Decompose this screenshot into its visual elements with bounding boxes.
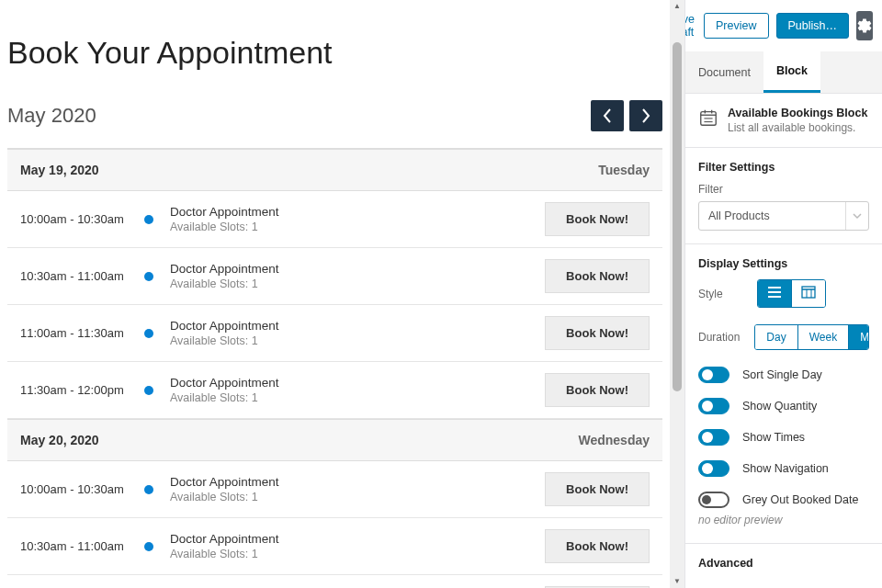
toggle-show-times[interactable]: [698, 429, 729, 446]
scroll-thumb[interactable]: [673, 42, 682, 391]
day-date: May 19, 2020: [20, 163, 99, 177]
toggle-show-quantity[interactable]: [698, 398, 729, 414]
book-now-button[interactable]: Book Now!: [545, 316, 650, 350]
booking-slot-row: 11:30am - 12:00pmDoctor AppointmentAvail…: [7, 362, 662, 419]
style-calendar-button[interactable]: [792, 280, 825, 307]
booking-slot-row: 11:00am - 11:30amDoctor AppointmentAvail…: [7, 305, 662, 362]
slot-time: 10:30am - 11:00am: [20, 539, 144, 553]
booking-slot-row: 10:30am - 11:00amDoctor AppointmentAvail…: [7, 248, 662, 305]
availability-dot-icon: [144, 215, 153, 224]
toggle-grey-label: Grey Out Booked Date: [742, 493, 858, 506]
toggle-nav-label: Show Navigation: [742, 462, 829, 475]
slot-title: Doctor Appointment: [170, 205, 545, 219]
slot-availability: Available Slots: 1: [170, 391, 545, 404]
slot-title: Doctor Appointment: [170, 532, 545, 546]
booking-slot-row: 11:00am - 11:30amDoctor AppointmentAvail…: [7, 575, 662, 588]
availability-dot-icon: [144, 386, 153, 395]
slot-availability: Available Slots: 1: [170, 277, 545, 290]
tab-document[interactable]: Document: [685, 51, 763, 93]
day-header: May 19, 2020Tuesday: [7, 149, 662, 191]
vertical-scrollbar[interactable]: ▲ ▼: [670, 0, 684, 588]
page-title: Book Your Appointment: [7, 35, 662, 71]
duration-month-button[interactable]: Month: [849, 325, 869, 349]
slot-title: Doctor Appointment: [170, 475, 545, 489]
svg-rect-9: [802, 287, 815, 298]
scroll-up-arrow[interactable]: ▲: [673, 3, 681, 10]
chevron-right-icon: [641, 108, 650, 123]
tab-block[interactable]: Block: [763, 51, 820, 93]
slot-availability: Available Slots: 1: [170, 220, 545, 233]
month-nav-row: May 2020: [7, 100, 662, 131]
duration-day-button[interactable]: Day: [755, 325, 797, 349]
save-draft-button[interactable]: Save Draft: [684, 9, 696, 42]
availability-dot-icon: [144, 329, 153, 338]
filter-select[interactable]: All Products: [698, 201, 869, 231]
availability-dot-icon: [144, 485, 153, 494]
duration-week-button[interactable]: Week: [798, 325, 849, 349]
book-now-button[interactable]: Book Now!: [545, 373, 650, 407]
toggle-grey-out-booked[interactable]: [698, 492, 729, 508]
booking-slot-row: 10:30am - 11:00amDoctor AppointmentAvail…: [7, 518, 662, 575]
book-now-button[interactable]: Book Now!: [545, 259, 650, 293]
book-now-button[interactable]: Book Now!: [545, 472, 650, 506]
book-now-button[interactable]: Book Now!: [545, 529, 650, 563]
toggle-sort-label: Sort Single Day: [742, 368, 822, 381]
calendar-grid-icon: [801, 286, 816, 299]
preview-button[interactable]: Preview: [704, 13, 768, 39]
slot-title: Doctor Appointment: [170, 376, 545, 390]
day-date: May 20, 2020: [20, 433, 99, 447]
block-title: Available Bookings Block: [728, 107, 867, 119]
filter-select-value: All Products: [708, 209, 770, 222]
toggle-qty-label: Show Quantity: [742, 400, 817, 413]
block-description: List all available bookings.: [728, 121, 867, 134]
publish-button[interactable]: Publish…: [776, 13, 850, 39]
month-label: May 2020: [7, 104, 96, 128]
filter-settings-title: Filter Settings: [698, 161, 869, 174]
booking-list[interactable]: May 19, 2020Tuesday10:00am - 10:30amDoct…: [7, 149, 662, 588]
slot-title: Doctor Appointment: [170, 262, 545, 276]
style-label: Style: [698, 288, 742, 300]
chevron-left-icon: [603, 108, 612, 123]
slot-time: 10:30am - 11:00am: [20, 269, 144, 283]
slot-time: 10:00am - 10:30am: [20, 482, 144, 496]
slot-availability: Available Slots: 1: [170, 334, 545, 347]
grey-out-note: no editor preview: [698, 514, 869, 526]
slot-availability: Available Slots: 1: [170, 491, 545, 503]
filter-label: Filter: [698, 183, 869, 196]
slot-time: 10:00am - 10:30am: [20, 212, 144, 226]
toggle-sort-single-day[interactable]: [698, 367, 729, 383]
chevron-down-icon: [853, 211, 862, 220]
prev-month-button[interactable]: [591, 100, 624, 131]
toggle-times-label: Show Times: [742, 431, 805, 444]
next-month-button[interactable]: [629, 100, 662, 131]
list-icon: [767, 286, 782, 299]
toggle-show-navigation[interactable]: [698, 460, 729, 477]
scroll-down-arrow[interactable]: ▼: [673, 578, 681, 585]
book-now-button[interactable]: Book Now!: [545, 202, 650, 236]
duration-label: Duration: [698, 331, 740, 344]
advanced-panel-title[interactable]: Advanced: [685, 544, 882, 582]
slot-availability: Available Slots: 1: [170, 548, 545, 560]
slot-time: 11:30am - 12:00pm: [20, 383, 144, 397]
calendar-icon: [698, 107, 718, 128]
booking-slot-row: 10:00am - 10:30amDoctor AppointmentAvail…: [7, 461, 662, 518]
day-header: May 20, 2020Wednesday: [7, 419, 662, 461]
sidebar: Save Draft Preview Publish… Document Blo…: [684, 0, 882, 588]
availability-dot-icon: [144, 542, 153, 551]
booking-slot-row: 10:00am - 10:30amDoctor AppointmentAvail…: [7, 191, 662, 248]
style-list-button[interactable]: [758, 280, 792, 307]
gear-icon: [856, 17, 873, 34]
slot-title: Doctor Appointment: [170, 319, 545, 333]
availability-dot-icon: [144, 272, 153, 281]
day-of-week: Tuesday: [598, 163, 650, 177]
day-of-week: Wednesday: [578, 433, 650, 447]
settings-button[interactable]: [856, 11, 873, 40]
display-settings-title: Display Settings: [698, 257, 869, 270]
slot-time: 11:00am - 11:30am: [20, 326, 144, 340]
